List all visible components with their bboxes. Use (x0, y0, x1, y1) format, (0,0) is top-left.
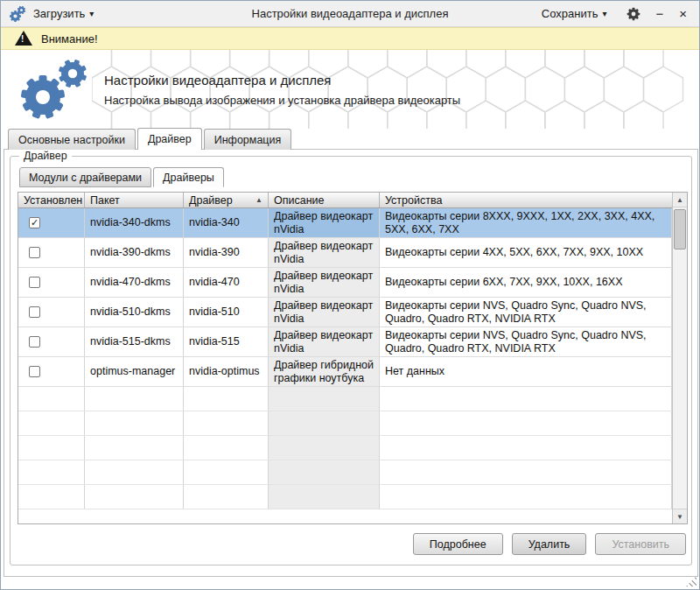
minimize-button[interactable]: − (654, 7, 665, 20)
column-header-devices[interactable]: Устройства (380, 193, 672, 207)
scroll-up-button[interactable]: ▲ (673, 193, 687, 207)
titlebar: Загрузить ▾ Настройки видеоадаптера и ди… (1, 1, 699, 27)
tab-driver[interactable]: Драйвер (137, 128, 202, 150)
cell-devices: Видеокарты серии 6XX, 7XX, 9XX, 10XX, 16… (380, 268, 672, 297)
empty-row (18, 387, 672, 411)
installed-checkbox[interactable]: ✓ (29, 366, 40, 377)
table-row[interactable]: ✓ nvidia-470-dkms nvidia-470 Драйвер вид… (18, 268, 672, 298)
tab-basic-settings[interactable]: Основные настройки (8, 129, 136, 150)
cell-description: Драйвер видеокарт nVidia (269, 268, 380, 297)
details-button[interactable]: Подробнее (413, 533, 503, 555)
scroll-down-button[interactable]: ▼ (673, 509, 687, 523)
sort-ascending-icon: ▲ (256, 196, 262, 204)
hexagon-pattern (92, 50, 696, 129)
scrollbar-thumb[interactable] (674, 209, 686, 249)
driver-subtabs: Модули с драйверами Драйверы (19, 167, 226, 187)
page-subtitle: Настройка вывода изображения и установка… (104, 94, 460, 107)
installed-checkbox[interactable]: ✓ (29, 247, 40, 258)
cell-description: Драйвер гибридной графики ноутбука (269, 357, 380, 386)
driver-groupbox: Драйвер Модули с драйверами Драйверы Уст… (10, 156, 692, 565)
empty-row (18, 436, 672, 460)
cell-devices: Видеокарты серии 8XXX, 9XXX, 1XX, 2XX, 3… (380, 208, 672, 237)
groupbox-label: Драйвер (19, 150, 72, 162)
cell-package: optimus-manager (85, 357, 184, 386)
gears-icon (11, 55, 99, 123)
installed-checkbox[interactable]: ✓ (29, 277, 40, 288)
empty-row (18, 485, 672, 509)
subtab-drivers[interactable]: Драйверы (153, 167, 224, 187)
table-row[interactable]: ✓ nvidia-510-dkms nvidia-510 Драйвер вид… (18, 298, 672, 327)
cell-driver: nvidia-optimus (184, 357, 269, 386)
tab-information[interactable]: Информация (204, 129, 292, 150)
cell-description: Драйвер видеокарт nVidia (269, 238, 380, 267)
cell-driver: nvidia-390 (184, 238, 269, 267)
table-row[interactable]: ✓ nvidia-390-dkms nvidia-390 Драйвер вид… (18, 238, 672, 268)
main-tabs: Основные настройки Драйвер Информация (8, 129, 293, 150)
installed-checkbox[interactable]: ✓ (29, 306, 40, 318)
warning-text: Внимание! (41, 32, 98, 46)
cell-devices: Видеокарты серии NVS, Quadro Sync, Quadr… (380, 298, 672, 327)
table-row[interactable]: ✓ nvidia-340-dkms nvidia-340 Драйвер вид… (18, 208, 672, 238)
cell-description: Драйвер видеокарт nVidia (269, 298, 380, 327)
cell-package: nvidia-340-dkms (85, 208, 184, 237)
column-header-installed[interactable]: Установлен (18, 193, 85, 207)
table-row[interactable]: ✓ nvidia-515-dkms nvidia-515 Драйвер вид… (18, 327, 672, 357)
column-header-driver[interactable]: Драйвер ▲ (184, 193, 269, 207)
tab-pane: Драйвер Модули с драйверами Драйверы Уст… (4, 149, 698, 577)
save-menu-label: Сохранить (542, 7, 598, 20)
vertical-scrollbar[interactable]: ▲ ▼ (672, 193, 687, 523)
subtab-driver-modules[interactable]: Модули с драйверами (19, 167, 151, 187)
cell-description: Драйвер видеокарт nVidia (269, 208, 380, 237)
empty-row (18, 411, 672, 436)
chevron-down-icon: ▾ (602, 9, 606, 18)
empty-row (18, 460, 672, 485)
load-menu-label: Загрузить (33, 7, 85, 20)
cell-devices: Видеокарты серии 4XX, 5XX, 6XX, 7XX, 9XX… (380, 238, 672, 267)
settings-gear-icon[interactable] (626, 6, 641, 22)
save-menu-button[interactable]: Сохранить ▾ (535, 4, 614, 23)
warning-banner: ! Внимание! (1, 27, 699, 50)
cell-description: Драйвер видеокарт nVidia (269, 327, 380, 356)
install-button[interactable]: Установить (595, 533, 686, 555)
page-header: Настройки видеоадаптера и дисплея Настро… (1, 50, 699, 129)
cell-package: nvidia-470-dkms (85, 268, 184, 297)
app-gears-icon (8, 5, 26, 23)
installed-checkbox[interactable]: ✓ (29, 336, 40, 348)
table-header: Установлен Пакет Драйвер ▲ Описание Устр… (18, 193, 672, 208)
close-button[interactable]: × (677, 7, 689, 20)
app-window: Загрузить ▾ Настройки видеоадаптера и ди… (0, 0, 700, 590)
cell-driver: nvidia-515 (184, 327, 269, 356)
cell-driver: nvidia-340 (184, 208, 269, 237)
cell-package: nvidia-515-dkms (85, 327, 184, 356)
table-row[interactable]: ✓ optimus-manager nvidia-optimus Драйвер… (18, 357, 672, 387)
status-bar (1, 576, 699, 589)
column-header-package[interactable]: Пакет (85, 193, 184, 207)
cell-package: nvidia-390-dkms (85, 238, 184, 267)
cell-driver: nvidia-510 (184, 298, 269, 327)
drivers-table: Установлен Пакет Драйвер ▲ Описание Устр… (18, 192, 688, 524)
chevron-down-icon: ▾ (89, 9, 94, 18)
load-menu-button[interactable]: Загрузить ▾ (26, 4, 101, 23)
cell-devices: Видеокарты серии NVS, Quadro Sync, Quadr… (380, 327, 672, 356)
cell-driver: nvidia-470 (184, 268, 269, 297)
warning-icon: ! (15, 31, 32, 46)
cell-devices: Нет данных (380, 357, 672, 386)
remove-button[interactable]: Удалить (512, 533, 587, 555)
cell-package: nvidia-510-dkms (85, 298, 184, 327)
page-title: Настройки видеоадаптера и дисплея (104, 73, 331, 88)
resize-grip[interactable] (686, 576, 696, 586)
action-buttons: Подробнее Удалить Установить (413, 533, 686, 555)
installed-checkbox[interactable]: ✓ (29, 217, 40, 228)
column-header-description[interactable]: Описание (269, 193, 380, 207)
